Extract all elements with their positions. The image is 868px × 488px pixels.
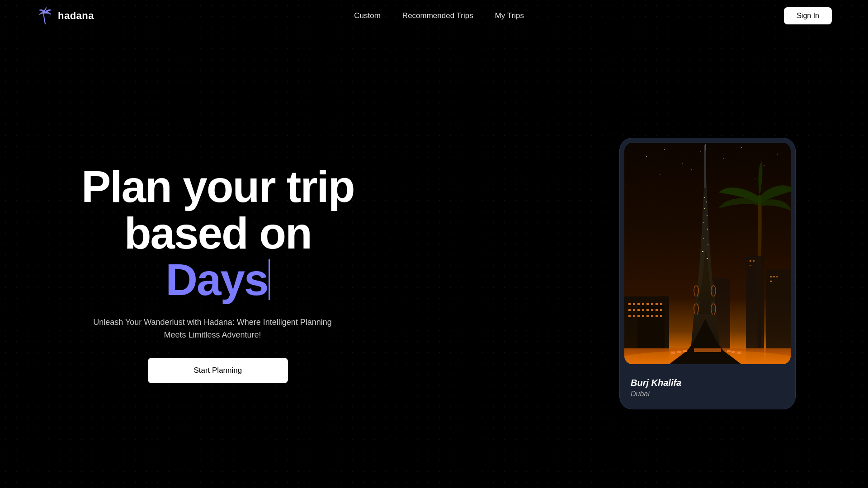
svg-point-4 — [700, 151, 701, 152]
sign-in-button[interactable]: Sign In — [784, 7, 832, 24]
svg-rect-22 — [704, 145, 706, 188]
svg-rect-21 — [770, 281, 772, 282]
svg-point-9 — [660, 174, 660, 175]
svg-point-2 — [664, 149, 665, 150]
hero-heading-line2: based on — [124, 208, 311, 258]
svg-rect-46 — [637, 309, 640, 311]
text-cursor — [269, 259, 270, 300]
svg-rect-57 — [651, 315, 653, 317]
svg-rect-29 — [707, 229, 708, 230]
svg-rect-33 — [707, 258, 708, 259]
hero-heading-line1: Plan your trip — [81, 162, 354, 211]
svg-rect-67 — [727, 350, 731, 352]
svg-rect-63 — [677, 351, 681, 353]
svg-point-6 — [741, 147, 742, 148]
hero-subtitle: Unleash Your Wanderlust with Hadana: Whe… — [81, 316, 344, 342]
svg-rect-49 — [651, 309, 653, 311]
svg-rect-48 — [646, 309, 649, 311]
svg-rect-43 — [660, 303, 662, 305]
card-info: Burj Khalifa Dubai — [620, 369, 795, 409]
svg-rect-42 — [656, 303, 658, 305]
svg-rect-51 — [660, 309, 662, 311]
svg-rect-23 — [705, 144, 706, 150]
svg-rect-40 — [646, 303, 649, 305]
svg-rect-28 — [703, 222, 704, 223]
card-landmark: Burj Khalifa — [631, 378, 784, 388]
svg-rect-18 — [770, 276, 772, 277]
svg-rect-55 — [642, 315, 644, 317]
svg-rect-59 — [660, 315, 662, 317]
svg-rect-58 — [656, 315, 658, 317]
svg-rect-64 — [683, 350, 687, 352]
hero-animated-word: Days — [165, 257, 268, 303]
main-content: Plan your trip based on Days Unleash You… — [0, 32, 868, 488]
svg-point-7 — [764, 165, 764, 166]
svg-rect-68 — [694, 348, 721, 352]
svg-rect-56 — [646, 315, 649, 317]
nav-recommended-trips[interactable]: Recommended Trips — [402, 11, 473, 20]
svg-rect-26 — [704, 208, 705, 209]
svg-point-1 — [646, 156, 647, 157]
svg-point-5 — [723, 158, 724, 159]
svg-rect-27 — [707, 215, 708, 216]
svg-rect-24 — [704, 197, 705, 198]
svg-rect-17 — [750, 265, 751, 266]
nav-my-trips[interactable]: My Trips — [495, 11, 524, 20]
svg-rect-15 — [750, 260, 751, 262]
logo[interactable]: hadana — [36, 7, 94, 25]
svg-rect-53 — [633, 315, 635, 317]
svg-rect-20 — [776, 276, 778, 277]
hero-heading-line3: Days — [81, 257, 354, 303]
svg-rect-44 — [628, 309, 631, 311]
svg-rect-30 — [703, 238, 704, 239]
svg-rect-66 — [737, 352, 741, 354]
card-image-wrapper — [624, 143, 791, 364]
hero-heading: Plan your trip based on Days — [81, 164, 354, 303]
svg-rect-25 — [706, 202, 707, 202]
svg-rect-32 — [702, 251, 703, 252]
destination-image — [624, 143, 791, 364]
svg-rect-41 — [651, 303, 653, 305]
svg-point-11 — [755, 178, 755, 179]
svg-rect-39 — [642, 303, 644, 305]
destination-card-container: Burj Khalifa Dubai — [619, 138, 796, 409]
navbar: hadana Custom Recommended Trips My Trips… — [0, 0, 868, 32]
start-planning-button[interactable]: Start Planning — [148, 358, 288, 383]
svg-rect-31 — [708, 244, 708, 245]
destination-card: Burj Khalifa Dubai — [619, 138, 796, 409]
svg-point-8 — [777, 154, 778, 155]
svg-rect-36 — [628, 303, 631, 305]
svg-rect-45 — [633, 309, 635, 311]
nav-links: Custom Recommended Trips My Trips — [354, 11, 524, 20]
card-city: Dubai — [631, 390, 784, 398]
svg-rect-62 — [671, 352, 675, 354]
svg-rect-52 — [628, 315, 631, 317]
svg-rect-54 — [637, 315, 640, 317]
svg-point-10 — [691, 169, 692, 170]
logo-icon — [36, 7, 54, 25]
brand-name: hadana — [58, 10, 94, 22]
nav-custom[interactable]: Custom — [354, 11, 381, 20]
hero-section: Plan your trip based on Days Unleash You… — [81, 164, 354, 383]
svg-rect-37 — [633, 303, 635, 305]
svg-rect-12 — [746, 256, 764, 364]
svg-rect-65 — [731, 351, 735, 353]
svg-rect-50 — [656, 309, 658, 311]
svg-rect-38 — [637, 303, 640, 305]
svg-point-3 — [682, 163, 683, 164]
svg-rect-47 — [642, 309, 644, 311]
svg-rect-16 — [753, 260, 755, 262]
svg-rect-19 — [773, 276, 775, 277]
